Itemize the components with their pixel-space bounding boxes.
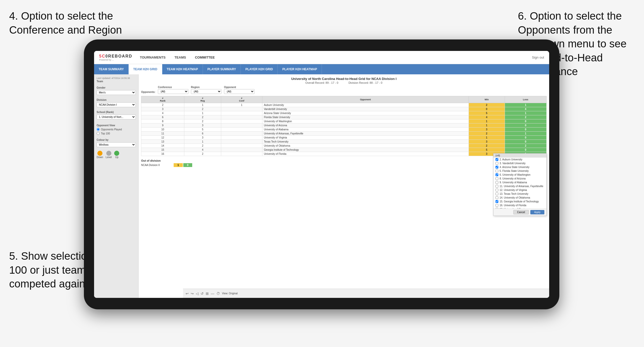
- cell-reg: 1: [184, 140, 221, 144]
- page-header: University of North Carolina Head-to-Hea…: [141, 77, 547, 84]
- opponent-filter-select[interactable]: (All): [224, 89, 254, 94]
- dropdown-item-label: 2. Auburn University: [500, 158, 522, 161]
- dropdown-item[interactable]: 3. Vanderbilt University: [493, 161, 546, 165]
- dropdown-item[interactable]: 9. University of Alabama: [493, 181, 546, 184]
- view-label: View: Original: [222, 292, 238, 295]
- top-nav: 5C0REBOARD Powered by ... TOURNAMENTS TE…: [94, 51, 549, 64]
- dropdown-checkbox[interactable]: [496, 208, 498, 209]
- table-row: 3 2 Vanderbilt University 0 4: [141, 107, 547, 111]
- dropdown-item[interactable]: 13. Texas Tech University: [493, 192, 546, 196]
- cell-opponent: Texas Tech University: [262, 140, 469, 144]
- legend: Down Level Up: [97, 151, 136, 159]
- dash-icon[interactable]: —: [211, 292, 214, 296]
- opponent-view-radio-group: Opponents Played Top 100: [97, 128, 136, 135]
- tab-player-h2h-heatmap[interactable]: PLAYER H2H HEATMAP: [278, 64, 322, 74]
- apply-button[interactable]: Apply: [530, 210, 544, 214]
- dropdown-checkbox[interactable]: [496, 192, 498, 195]
- region-filter-select[interactable]: (All): [191, 89, 221, 94]
- dropdown-checkbox[interactable]: [496, 204, 498, 207]
- table-row: 2 1 1 Auburn University 2 1: [141, 103, 547, 107]
- dropdown-item[interactable]: 8. University of Arizona: [493, 177, 546, 181]
- cell-reg: 2: [184, 115, 221, 119]
- radio-top100[interactable]: Top 100: [97, 132, 136, 135]
- dropdown-checkbox[interactable]: [496, 189, 498, 191]
- dropdown-checkbox[interactable]: [496, 170, 498, 172]
- cell-conf: [221, 132, 262, 136]
- nav-signout[interactable]: Sign out: [532, 55, 544, 59]
- dropdown-checkbox[interactable]: [496, 166, 498, 169]
- dropdown-checkbox[interactable]: [496, 196, 498, 199]
- dropdown-item[interactable]: 16. University of Florida: [493, 203, 546, 207]
- back-icon[interactable]: ◁: [196, 292, 199, 296]
- conference-filter-select[interactable]: (All): [158, 89, 188, 94]
- dropdown-item[interactable]: 15. Georgia Institute of Technology: [493, 200, 546, 203]
- tab-team-h2h-grid[interactable]: TEAM H2H GRID: [129, 64, 162, 74]
- undo-icon[interactable]: ↩: [186, 292, 189, 296]
- dropdown-item[interactable]: 4. Arizona State University: [493, 165, 546, 169]
- dropdown-checkbox[interactable]: [496, 200, 498, 203]
- tab-player-h2h-grid[interactable]: PLAYER H2H GRID: [241, 64, 278, 74]
- nav-teams[interactable]: TEAMS: [174, 55, 186, 59]
- legend-down-label: Down: [97, 156, 103, 159]
- tab-team-h2h-heatmap[interactable]: TEAM H2H HEATMAP: [162, 64, 203, 74]
- col-win: Win: [469, 96, 505, 103]
- dropdown-checkbox[interactable]: [496, 173, 498, 176]
- tab-player-summary[interactable]: PLAYER SUMMARY: [203, 64, 241, 74]
- copy-icon[interactable]: ⊞: [206, 292, 209, 296]
- school-select[interactable]: 1. University of Nort...: [97, 115, 136, 119]
- redo-icon[interactable]: ↪: [191, 292, 194, 296]
- dropdown-item[interactable]: 11. University of Arkansas, Fayetteville: [493, 184, 546, 188]
- data-table: #Rank #Reg #Conf Opponent Win Loss 2 1 1…: [141, 96, 547, 156]
- refresh-icon[interactable]: ↺: [201, 292, 204, 296]
- legend-level-dot: [106, 151, 111, 156]
- cell-opponent: Florida State University: [262, 115, 469, 119]
- cell-reg: 1: [184, 111, 221, 115]
- division-select[interactable]: NCAA Division I: [97, 102, 136, 107]
- cell-conf: [221, 136, 262, 140]
- cell-opponent: Vanderbilt University: [262, 107, 469, 111]
- dropdown-item[interactable]: 6. University of Washington: [493, 173, 546, 177]
- nav-committee[interactable]: COMMITTEE: [195, 55, 215, 59]
- gender-select[interactable]: Men's: [97, 90, 136, 95]
- cell-win: 1: [469, 119, 505, 123]
- cell-opponent: Georgia Institute of Technology: [262, 148, 469, 152]
- cell-win: 2: [469, 103, 505, 107]
- dropdown-item[interactable]: 12. University of Virginia: [493, 188, 546, 192]
- colour-by-select[interactable]: Win/loss: [97, 142, 136, 147]
- dropdown-item-label: 12. University of Virginia: [500, 189, 527, 191]
- clock-icon[interactable]: ⏱: [216, 292, 220, 296]
- cell-opponent: University of Florida: [262, 152, 469, 156]
- dropdown-checkbox[interactable]: [496, 158, 498, 161]
- cancel-button[interactable]: Cancel: [513, 210, 529, 214]
- cell-conf: [221, 128, 262, 132]
- region-filter-group: Region (All): [191, 86, 221, 94]
- cell-reg: 6: [184, 132, 221, 136]
- cell-rank: 2: [141, 103, 184, 107]
- legend-down-dot: [97, 151, 102, 156]
- colour-by-label: Colour by: [97, 138, 136, 141]
- cell-conf: [221, 111, 262, 115]
- dropdown-item[interactable]: 14. University of Oklahoma: [493, 196, 546, 200]
- cell-loss: 0: [505, 128, 546, 132]
- dropdown-checkbox[interactable]: [496, 177, 498, 180]
- cell-win: 5: [469, 111, 505, 115]
- cell-reg: 3: [184, 136, 221, 140]
- dropdown-item[interactable]: 2. Auburn University: [493, 158, 546, 161]
- dropdown-checkbox[interactable]: [496, 181, 498, 184]
- tablet-screen: 5C0REBOARD Powered by ... TOURNAMENTS TE…: [94, 51, 549, 298]
- table-row: 14 2 University of Oklahoma 2 2: [141, 144, 547, 148]
- cell-conf: [221, 119, 262, 123]
- dropdown-checkbox[interactable]: [496, 185, 498, 188]
- col-opponent: Opponent: [262, 96, 469, 103]
- division-record: Division Record: 88 - 17 - 0: [349, 81, 382, 84]
- cell-reg: 3: [184, 123, 221, 128]
- sidebar: Last Updated: 4/7/2014 16:55:38 Team Gen…: [94, 74, 139, 298]
- gender-section: Gender Men's: [97, 86, 136, 95]
- tab-team-summary[interactable]: TEAM SUMMARY: [94, 64, 129, 74]
- nav-tournaments[interactable]: TOURNAMENTS: [140, 55, 166, 59]
- radio-opponents-played[interactable]: Opponents Played: [97, 128, 136, 131]
- dropdown-item[interactable]: 5. Florida State University: [493, 169, 546, 173]
- dropdown-checkbox[interactable]: [496, 162, 498, 165]
- table-row: 9 3 University of Arizona 1 0: [141, 123, 547, 128]
- col-loss: Loss: [505, 96, 546, 103]
